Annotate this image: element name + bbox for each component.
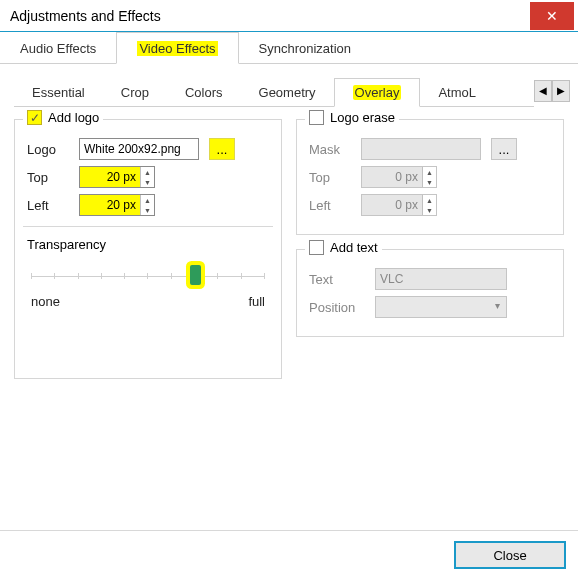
logo-erase-group: Logo erase Mask ... Top ▲▼ Left ▲▼ bbox=[296, 119, 564, 235]
mask-input bbox=[361, 138, 481, 160]
titlebar: Adjustments and Effects ✕ bbox=[0, 0, 578, 32]
tab-audio-effects[interactable]: Audio Effects bbox=[0, 33, 116, 63]
chevron-down-icon: ▼ bbox=[423, 177, 436, 187]
chevron-down-icon[interactable]: ▼ bbox=[141, 205, 154, 215]
logo-browse-button[interactable]: ... bbox=[209, 138, 235, 160]
erase-left-label: Left bbox=[309, 198, 351, 213]
slider-min-label: none bbox=[31, 294, 60, 309]
add-text-group: Add text Text Position bbox=[296, 249, 564, 337]
subtab-essential[interactable]: Essential bbox=[14, 79, 103, 106]
transparency-slider[interactable] bbox=[31, 276, 265, 284]
slider-max-label: full bbox=[248, 294, 265, 309]
logo-top-input[interactable] bbox=[80, 167, 140, 187]
add-logo-group: Add logo Logo ... Top ▲▼ Left ▲▼ bbox=[14, 119, 282, 379]
logo-erase-checkbox[interactable] bbox=[309, 110, 324, 125]
text-label: Text bbox=[309, 272, 365, 287]
chevron-up-icon: ▲ bbox=[423, 167, 436, 177]
add-logo-title: Add logo bbox=[48, 110, 99, 125]
subtab-colors[interactable]: Colors bbox=[167, 79, 241, 106]
logo-erase-title: Logo erase bbox=[330, 110, 395, 125]
logo-path-input[interactable] bbox=[79, 138, 199, 160]
text-input bbox=[375, 268, 507, 290]
erase-left-spinner: ▲▼ bbox=[361, 194, 437, 216]
tab-video-effects[interactable]: Video Effects bbox=[116, 32, 238, 64]
add-text-checkbox[interactable] bbox=[309, 240, 324, 255]
position-label: Position bbox=[309, 300, 365, 315]
subtab-crop[interactable]: Crop bbox=[103, 79, 167, 106]
logo-top-spinner[interactable]: ▲▼ bbox=[79, 166, 155, 188]
chevron-up-icon[interactable]: ▲ bbox=[141, 167, 154, 177]
logo-left-input[interactable] bbox=[80, 195, 140, 215]
main-tabs: Audio Effects Video Effects Synchronizat… bbox=[0, 32, 578, 64]
scroll-left-icon[interactable]: ◀ bbox=[534, 80, 552, 102]
erase-left-input bbox=[362, 195, 422, 215]
add-text-title: Add text bbox=[330, 240, 378, 255]
erase-top-label: Top bbox=[309, 170, 351, 185]
chevron-down-icon[interactable]: ▼ bbox=[141, 177, 154, 187]
mask-label: Mask bbox=[309, 142, 351, 157]
position-dropdown bbox=[375, 296, 507, 318]
chevron-up-icon: ▲ bbox=[423, 195, 436, 205]
subtab-overlay[interactable]: Overlay bbox=[334, 78, 421, 107]
erase-top-spinner: ▲▼ bbox=[361, 166, 437, 188]
logo-left-label: Left bbox=[27, 198, 69, 213]
slider-thumb[interactable] bbox=[190, 265, 201, 285]
chevron-down-icon: ▼ bbox=[423, 205, 436, 215]
subtab-atmolight[interactable]: AtmoL bbox=[420, 79, 494, 106]
sub-tabs: Essential Crop Colors Geometry Overlay A… bbox=[14, 78, 534, 107]
transparency-label: Transparency bbox=[27, 237, 269, 252]
window-title: Adjustments and Effects bbox=[10, 8, 161, 24]
tab-synchronization[interactable]: Synchronization bbox=[239, 33, 372, 63]
chevron-up-icon[interactable]: ▲ bbox=[141, 195, 154, 205]
close-icon[interactable]: ✕ bbox=[530, 2, 574, 30]
erase-top-input bbox=[362, 167, 422, 187]
close-button[interactable]: Close bbox=[454, 541, 566, 569]
subtab-geometry[interactable]: Geometry bbox=[241, 79, 334, 106]
logo-top-label: Top bbox=[27, 170, 69, 185]
scroll-right-icon[interactable]: ▶ bbox=[552, 80, 570, 102]
logo-left-spinner[interactable]: ▲▼ bbox=[79, 194, 155, 216]
logo-label: Logo bbox=[27, 142, 69, 157]
mask-browse-button: ... bbox=[491, 138, 517, 160]
add-logo-checkbox[interactable] bbox=[27, 110, 42, 125]
